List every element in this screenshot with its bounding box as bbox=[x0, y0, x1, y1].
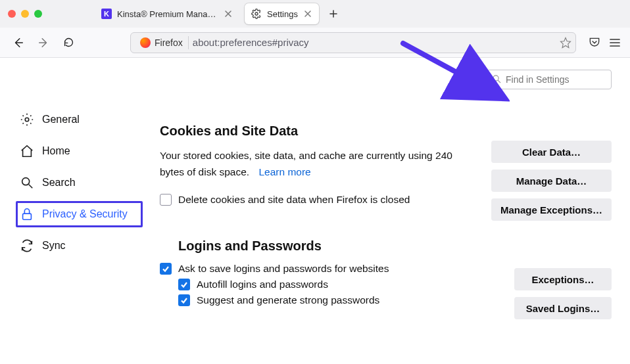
search-icon bbox=[20, 175, 34, 190]
checkbox-label: Ask to save logins and passwords for web… bbox=[178, 263, 389, 275]
checkbox-icon[interactable] bbox=[160, 194, 172, 206]
sidebar-item-label: Search bbox=[42, 177, 76, 189]
checkbox-icon[interactable] bbox=[178, 279, 190, 290]
svg-point-3 bbox=[22, 178, 30, 185]
sync-icon bbox=[20, 239, 34, 253]
learn-more-link[interactable]: Learn more bbox=[258, 166, 310, 177]
back-button[interactable] bbox=[9, 34, 28, 52]
checkbox-icon[interactable] bbox=[160, 263, 172, 275]
sidebar-item-label: Sync bbox=[42, 240, 66, 252]
menu-icon[interactable] bbox=[609, 37, 621, 49]
arrow-right-icon bbox=[37, 37, 49, 49]
arrow-left-icon bbox=[12, 37, 24, 49]
sidebar-item-general[interactable]: General bbox=[16, 106, 143, 133]
cookies-description: Your stored cookies, site data, and cach… bbox=[160, 148, 475, 181]
tab-label: Kinsta® Premium Managed Word bbox=[117, 9, 218, 19]
checkbox-icon[interactable] bbox=[178, 294, 190, 306]
kinsta-favicon: K bbox=[101, 9, 112, 19]
window-minimize-button[interactable] bbox=[21, 10, 29, 18]
reload-button[interactable] bbox=[59, 34, 78, 52]
checkbox-label: Autofill logins and passwords bbox=[197, 279, 328, 290]
close-icon[interactable] bbox=[303, 9, 312, 18]
pocket-icon[interactable] bbox=[588, 36, 601, 49]
home-icon bbox=[20, 144, 34, 158]
svg-point-2 bbox=[25, 118, 29, 122]
tab-settings[interactable]: Settings bbox=[245, 3, 319, 24]
sidebar-item-label: General bbox=[42, 114, 80, 125]
url-bar[interactable]: Firefox about:preferences#privacy bbox=[130, 32, 576, 53]
close-icon[interactable] bbox=[224, 9, 233, 18]
tabstrip: K Kinsta® Premium Managed Word Settings bbox=[95, 3, 622, 24]
window-titlebar: K Kinsta® Premium Managed Word Settings bbox=[0, 0, 630, 28]
main-pane: Cookies and Site Data Your stored cookie… bbox=[155, 58, 630, 364]
logins-exceptions-button[interactable]: Exceptions… bbox=[514, 268, 612, 290]
forward-button[interactable] bbox=[34, 34, 53, 52]
svg-point-0 bbox=[255, 12, 258, 15]
nav-toolbar: Firefox about:preferences#privacy bbox=[0, 28, 630, 58]
categories-sidebar: General Home Search Privacy & Security S… bbox=[0, 58, 155, 364]
reload-icon bbox=[63, 37, 74, 48]
plus-icon bbox=[329, 9, 338, 18]
identity-box[interactable]: Firefox bbox=[135, 36, 189, 49]
bookmark-star-icon[interactable] bbox=[560, 37, 571, 49]
checkbox-label: Suggest and generate strong passwords bbox=[197, 294, 379, 306]
svg-rect-4 bbox=[23, 214, 32, 219]
manage-exceptions-button[interactable]: Manage Exceptions… bbox=[491, 198, 612, 221]
gear-icon bbox=[20, 112, 34, 127]
sidebar-item-home[interactable]: Home bbox=[16, 138, 143, 164]
window-close-button[interactable] bbox=[8, 10, 16, 18]
sidebar-item-sync[interactable]: Sync bbox=[16, 233, 143, 259]
clear-data-button[interactable]: Clear Data… bbox=[491, 141, 612, 163]
window-maximize-button[interactable] bbox=[34, 10, 42, 18]
manage-data-button[interactable]: Manage Data… bbox=[491, 170, 612, 192]
preferences-page: General Home Search Privacy & Security S… bbox=[0, 58, 630, 364]
firefox-icon bbox=[140, 37, 151, 48]
checkbox-label: Delete cookies and site data when Firefo… bbox=[178, 194, 410, 206]
section-heading: Cookies and Site Data bbox=[160, 124, 612, 139]
sidebar-item-label: Privacy & Security bbox=[42, 208, 128, 220]
gear-icon bbox=[251, 9, 262, 19]
lock-icon bbox=[20, 207, 34, 221]
sidebar-item-privacy[interactable]: Privacy & Security bbox=[16, 201, 143, 227]
identity-label: Firefox bbox=[155, 37, 183, 48]
url-text: about:preferences#privacy bbox=[193, 37, 556, 48]
window-controls bbox=[8, 10, 42, 18]
sidebar-item-search[interactable]: Search bbox=[16, 170, 143, 196]
new-tab-button[interactable] bbox=[324, 5, 343, 23]
logins-actions: Exceptions… Saved Logins… bbox=[514, 268, 612, 319]
tab-kinsta[interactable]: K Kinsta® Premium Managed Word bbox=[95, 3, 239, 24]
saved-logins-button[interactable]: Saved Logins… bbox=[514, 297, 612, 319]
sidebar-item-label: Home bbox=[42, 145, 70, 157]
section-heading: Logins and Passwords bbox=[178, 239, 612, 254]
tab-label: Settings bbox=[267, 9, 298, 19]
cookies-actions: Clear Data… Manage Data… Manage Exceptio… bbox=[491, 141, 612, 221]
